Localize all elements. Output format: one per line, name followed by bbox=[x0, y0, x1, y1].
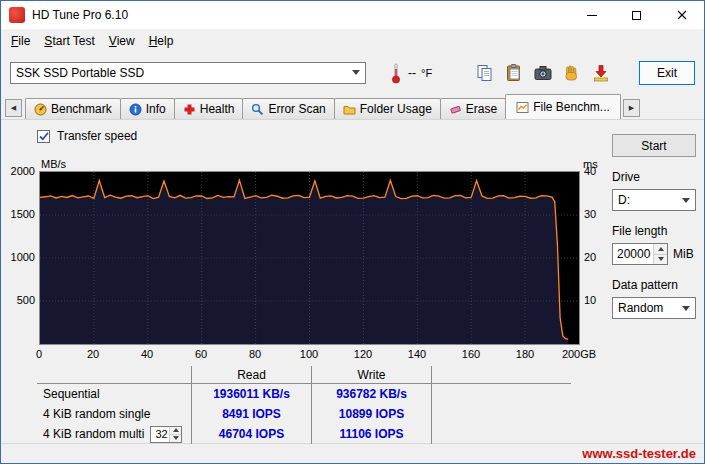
write-value: 11106 IOPS bbox=[311, 424, 431, 444]
axis-tick-label: 200GB bbox=[562, 348, 596, 360]
axis-tick-label: 80 bbox=[249, 348, 261, 360]
file-benchmark-panel: Transfer speed MB/s ms 200015001000500 4… bbox=[1, 119, 704, 443]
drive-label: Drive bbox=[612, 170, 696, 184]
arrow-right-icon: ▶ bbox=[629, 104, 634, 112]
checkbox-checked-icon bbox=[37, 130, 50, 143]
toolbar-icon-group bbox=[472, 60, 614, 86]
menu-file[interactable]: File bbox=[4, 31, 37, 51]
close-button[interactable] bbox=[659, 1, 704, 29]
queue-depth-spin-buttons[interactable] bbox=[169, 427, 181, 442]
axis-tick-label: 60 bbox=[195, 348, 207, 360]
tab-label: Info bbox=[146, 102, 166, 116]
temperature-value: -- bbox=[408, 66, 416, 80]
temperature-indicator: -- °F bbox=[390, 62, 432, 84]
file-length-spin-buttons[interactable] bbox=[653, 244, 667, 264]
copy-button[interactable] bbox=[472, 60, 498, 86]
thermometer-icon bbox=[390, 62, 402, 84]
chevron-down-icon bbox=[682, 306, 690, 311]
spin-down-button[interactable] bbox=[654, 254, 667, 265]
statusbar: www.ssd-tester.de bbox=[1, 443, 704, 463]
axis-tick-label: 120 bbox=[354, 348, 372, 360]
data-pattern-select[interactable]: Random bbox=[612, 297, 696, 319]
chart-plot-svg bbox=[40, 172, 579, 344]
tab-error-scan[interactable]: Error Scan bbox=[242, 98, 334, 119]
close-icon bbox=[677, 10, 687, 20]
axis-tick-label: 180 bbox=[516, 348, 534, 360]
axis-tick-label: 2000 bbox=[7, 165, 35, 177]
results-header-write: Write bbox=[311, 366, 431, 383]
table-row: 4 KiB random single 8491 IOPS 10899 IOPS bbox=[37, 404, 571, 424]
tab-file-benchmark[interactable]: File Benchm... bbox=[505, 94, 621, 119]
transfer-speed-label: Transfer speed bbox=[57, 129, 137, 143]
file-benchmark-icon bbox=[516, 101, 529, 114]
gauge-icon bbox=[34, 103, 47, 116]
file-length-input[interactable]: 20000 bbox=[612, 243, 668, 265]
axis-tick-label: 0 bbox=[36, 348, 42, 360]
menu-help[interactable]: Help bbox=[142, 31, 181, 51]
arrow-left-icon: ◀ bbox=[11, 104, 16, 112]
menu-view[interactable]: View bbox=[102, 31, 142, 51]
axis-tick-label: 30 bbox=[584, 208, 596, 220]
queue-depth-value: 32 bbox=[155, 428, 167, 440]
row-label: Sequential bbox=[37, 384, 191, 404]
tab-scroll-left-button[interactable]: ◀ bbox=[5, 99, 22, 117]
arrow-up-icon bbox=[173, 428, 179, 432]
axis-tick-label: 140 bbox=[408, 348, 426, 360]
tab-scroll-right-button[interactable]: ▶ bbox=[623, 99, 640, 117]
drive-select[interactable]: SSK SSD Portable SSD bbox=[10, 62, 366, 84]
benchmark-chart: MB/s ms 200015001000500 40302010 0204060… bbox=[7, 158, 611, 364]
maximize-icon bbox=[632, 11, 641, 20]
queue-depth-input[interactable]: 32 bbox=[150, 426, 182, 443]
axis-tick-label: 20 bbox=[87, 348, 99, 360]
y-left-axis-unit: MB/s bbox=[41, 158, 66, 170]
chart-plot bbox=[39, 171, 580, 345]
exit-button[interactable]: Exit bbox=[639, 61, 695, 85]
start-button[interactable]: Start bbox=[612, 134, 696, 157]
read-value: 8491 IOPS bbox=[191, 404, 311, 424]
toolbar: SSK SSD Portable SSD -- °F bbox=[1, 52, 704, 93]
tab-label: Error Scan bbox=[268, 102, 325, 116]
save-button[interactable] bbox=[588, 60, 614, 86]
side-controls: Start Drive D: File length 20000 MiB Dat… bbox=[612, 134, 696, 319]
arrow-up-icon bbox=[658, 247, 664, 251]
file-length-label: File length bbox=[612, 224, 696, 238]
axis-tick-label: 40 bbox=[141, 348, 153, 360]
spin-up-button[interactable] bbox=[170, 427, 181, 434]
tab-folder-usage[interactable]: Folder Usage bbox=[334, 98, 441, 119]
axis-tick-label: 160 bbox=[462, 348, 480, 360]
chevron-down-icon bbox=[682, 198, 690, 203]
drive-letter-select[interactable]: D: bbox=[612, 189, 696, 211]
menu-start-test[interactable]: Start Test bbox=[37, 31, 101, 51]
save-icon bbox=[591, 63, 611, 83]
temperature-unit: °F bbox=[421, 67, 432, 79]
minimize-button[interactable] bbox=[569, 1, 614, 29]
results-header-read: Read bbox=[191, 366, 311, 383]
menubar: File Start Test View Help bbox=[1, 29, 704, 52]
axis-tick-label: 1500 bbox=[7, 208, 35, 220]
maximize-button[interactable] bbox=[614, 1, 659, 29]
spin-down-button[interactable] bbox=[170, 434, 181, 442]
axis-tick-label: 100 bbox=[300, 348, 318, 360]
results-header-row: Read Write bbox=[37, 366, 571, 384]
transfer-speed-checkbox[interactable]: Transfer speed bbox=[37, 129, 137, 143]
file-length-unit: MiB bbox=[673, 247, 694, 261]
data-pattern-label: Data pattern bbox=[612, 278, 696, 292]
data-pattern-value: Random bbox=[618, 301, 682, 315]
spin-up-button[interactable] bbox=[654, 244, 667, 254]
magnifier-icon bbox=[251, 103, 264, 116]
website-link[interactable]: www.ssd-tester.de bbox=[582, 446, 696, 461]
tab-health[interactable]: Health bbox=[174, 98, 244, 119]
chevron-down-icon bbox=[352, 70, 360, 75]
screenshot-button[interactable] bbox=[530, 60, 556, 86]
write-value: 936782 KB/s bbox=[311, 384, 431, 404]
tab-label: Health bbox=[200, 102, 235, 116]
tab-benchmark[interactable]: Benchmark bbox=[25, 98, 121, 119]
tab-info[interactable]: Info bbox=[120, 98, 175, 119]
donate-button[interactable] bbox=[559, 60, 585, 86]
app-window: HD Tune Pro 6.10 File Start Test View He… bbox=[0, 0, 705, 464]
hand-icon bbox=[562, 63, 582, 83]
copy-to-clipboard-button[interactable] bbox=[501, 60, 527, 86]
drive-select-value: SSK SSD Portable SSD bbox=[16, 66, 352, 80]
tab-erase[interactable]: Erase bbox=[440, 98, 506, 119]
drive-letter-value: D: bbox=[618, 193, 682, 207]
